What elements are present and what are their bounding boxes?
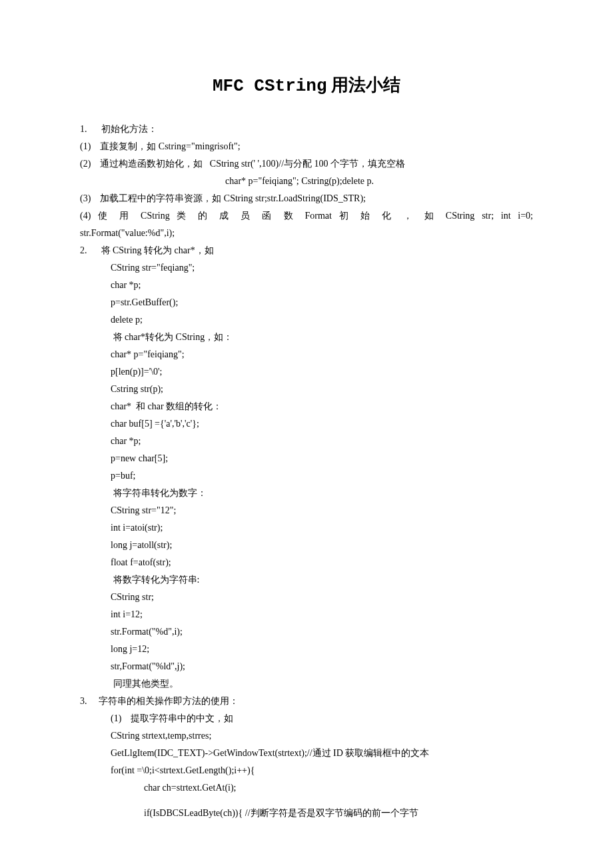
text-line: int i=12;: [80, 606, 533, 623]
text-line: (2) 通过构造函数初始化，如 CString str(' ',100)//与分…: [80, 155, 533, 173]
text-line: char* 和 char 数组的转化：: [80, 398, 533, 415]
text-line: (3) 加载工程中的字符串资源，如 CString str;str.LoadSt…: [80, 190, 533, 207]
text-line: str.Format("value:%d",i);: [80, 225, 533, 242]
text-line: (1) 直接复制，如 Cstring="mingrisoft";: [80, 138, 533, 155]
text-line: Cstring str(p);: [80, 381, 533, 398]
text-line: float f=atof(str);: [80, 554, 533, 571]
text-line: CString str;: [80, 589, 533, 606]
text-line: char buf[5] ={'a','b','c'};: [80, 415, 533, 433]
text-line: CString str="12";: [80, 502, 533, 519]
text-line: for(int =\0;i<strtext.GetLength();i++){: [80, 762, 533, 779]
text-line: int i=atoi(str);: [80, 519, 533, 537]
text-line: CString str="feqiang";: [80, 259, 533, 277]
text-line: char* p="feiqiang";: [80, 346, 533, 363]
title-mono-part: MFC CString: [213, 76, 327, 96]
text-line: p=new char[5];: [80, 450, 533, 467]
text-line: char *p;: [80, 277, 533, 294]
document-title: MFC CString 用法小结: [80, 73, 533, 97]
text-line: delete p;: [80, 311, 533, 329]
text-line: 1. 初始化方法：: [80, 121, 533, 138]
text-line: if(IsDBCSLeadByte(ch)){ //判断字符是否是双字节编码的前…: [80, 805, 533, 822]
text-line: p=str.GetBuffer();: [80, 294, 533, 311]
text-line: (1) 提取字符串中的中文，如: [80, 710, 533, 727]
document-page: MFC CString 用法小结 1. 初始化方法：(1) 直接复制，如 Cst…: [0, 0, 613, 868]
text-line: (4) 使 用 CString 类 的 成 员 函 数 Format 初 始 化…: [80, 207, 533, 225]
text-line: str,Format("%ld",j);: [80, 658, 533, 675]
text-line: 将数字转化为字符串:: [80, 571, 533, 589]
text-line: 将字符串转化为数字：: [80, 485, 533, 502]
text-line: 同理其他类型。: [80, 675, 533, 693]
document-body: 1. 初始化方法：(1) 直接复制，如 Cstring="mingrisoft"…: [80, 121, 533, 822]
title-cn-part: 用法小结: [327, 75, 401, 95]
text-line: 2. 将 CString 转化为 char*，如: [80, 242, 533, 259]
text-line: GetLlgItem(IDC_TEXT)->GetWindowText(strt…: [80, 745, 533, 762]
text-line: char* p="feiqiang"; Cstring(p);delete p.: [80, 173, 533, 190]
text-line: long j=atoll(str);: [80, 537, 533, 554]
text-line: p=buf;: [80, 467, 533, 485]
text-line: str.Format("%d",i);: [80, 623, 533, 641]
text-line: char ch=strtext.GetAt(i);: [80, 779, 533, 797]
text-line: 3. 字符串的相关操作即方法的使用：: [80, 693, 533, 710]
text-line: p[len(p)]='\0';: [80, 363, 533, 381]
text-line: CString strtext,temp,strres;: [80, 727, 533, 745]
text-line: 将 char*转化为 CString，如：: [80, 329, 533, 346]
text-line: long j=12;: [80, 641, 533, 658]
text-line: char *p;: [80, 433, 533, 450]
